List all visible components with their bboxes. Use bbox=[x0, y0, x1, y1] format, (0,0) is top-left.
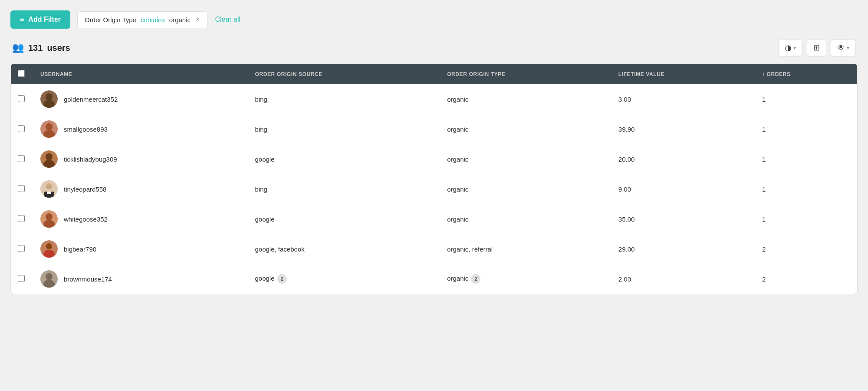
row-checkbox-cell[interactable] bbox=[11, 174, 32, 204]
row-username-cell: smallgoose893 bbox=[32, 114, 246, 144]
users-header: 👥 131 users ◑ ▾ ⊞ 👁 ▾ bbox=[10, 39, 858, 56]
eye-icon: 👁 bbox=[837, 43, 845, 53]
users-table-wrap: USERNAME ORDER ORIGIN SOURCE ORDER ORIGI… bbox=[10, 63, 858, 294]
order-origin-type: organic bbox=[447, 215, 468, 223]
username: bigbear790 bbox=[64, 245, 96, 253]
filter-chip-remove-button[interactable]: × bbox=[195, 16, 201, 23]
avatar bbox=[40, 180, 58, 198]
order-origin-source: google, facebook bbox=[255, 245, 304, 253]
orders: 2 bbox=[762, 275, 766, 283]
filter-chip-value: organic bbox=[169, 16, 191, 23]
order-origin-type: organic bbox=[447, 96, 468, 103]
lifetime-value: 29.00 bbox=[618, 245, 635, 253]
order-origin-source: google bbox=[255, 215, 274, 223]
toolbar-right: ◑ ▾ ⊞ 👁 ▾ bbox=[778, 39, 856, 56]
row-order-origin-type-cell: organic bbox=[438, 114, 610, 144]
orders: 1 bbox=[762, 96, 766, 103]
row-checkbox-cell[interactable] bbox=[11, 144, 32, 174]
row-checkbox-cell[interactable] bbox=[11, 234, 32, 264]
row-checkbox[interactable] bbox=[18, 185, 25, 192]
row-checkbox-cell[interactable] bbox=[11, 204, 32, 234]
row-orders-cell: 1 bbox=[753, 114, 857, 144]
clear-all-button[interactable]: Clear all bbox=[215, 16, 240, 23]
svg-point-10 bbox=[46, 183, 52, 189]
order-origin-type: organic bbox=[447, 275, 468, 282]
lifetime-value: 39.90 bbox=[618, 126, 635, 133]
users-icon: 👥 bbox=[12, 42, 24, 53]
table-row: ticklishladybug309 googleorganic20.001 bbox=[11, 144, 857, 174]
eye-button[interactable]: 👁 ▾ bbox=[831, 40, 856, 56]
row-lifetime-value-cell: 35.00 bbox=[610, 204, 753, 234]
lifetime-value: 3.00 bbox=[618, 96, 631, 103]
clear-all-label: Clear all bbox=[215, 16, 240, 23]
sort-asc-icon: ↑ bbox=[762, 71, 765, 77]
user-cell: tinyleopard558 bbox=[40, 180, 237, 198]
user-cell: brownmouse174 bbox=[40, 270, 237, 288]
grid-icon: ⊞ bbox=[813, 43, 820, 53]
lifetime-value: 20.00 bbox=[618, 156, 635, 163]
row-orders-cell: 1 bbox=[753, 144, 857, 174]
toolbar: ≡ Add Filter Order Origin Type contains … bbox=[10, 10, 858, 29]
row-checkbox[interactable] bbox=[18, 245, 25, 252]
row-order-origin-source-cell: google bbox=[246, 204, 438, 234]
col-username: USERNAME bbox=[32, 64, 246, 84]
avatar bbox=[40, 240, 58, 258]
filter-chip: Order Origin Type contains organic × bbox=[77, 11, 208, 28]
add-filter-label: Add Filter bbox=[28, 16, 61, 23]
row-checkbox-cell[interactable] bbox=[11, 84, 32, 114]
row-order-origin-source-cell: google, facebook bbox=[246, 234, 438, 264]
filter-chip-operator: contains bbox=[141, 16, 165, 23]
table-row: whitegoose352 googleorganic35.001 bbox=[11, 204, 857, 234]
avatar bbox=[40, 150, 58, 168]
add-filter-button[interactable]: ≡ Add Filter bbox=[10, 10, 70, 29]
row-orders-cell: 1 bbox=[753, 204, 857, 234]
row-username-cell: whitegoose352 bbox=[32, 204, 246, 234]
orders: 1 bbox=[762, 156, 766, 163]
username: brownmouse174 bbox=[64, 275, 112, 283]
row-username-cell: bigbear790 bbox=[32, 234, 246, 264]
row-order-origin-source-cell: bing bbox=[246, 84, 438, 114]
order-origin-source-badge: 2 bbox=[277, 274, 287, 284]
row-lifetime-value-cell: 2.00 bbox=[610, 264, 753, 294]
lifetime-value: 35.00 bbox=[618, 215, 635, 223]
users-count: 131 bbox=[28, 43, 43, 53]
row-order-origin-source-cell: google2 bbox=[246, 264, 438, 294]
orders: 1 bbox=[762, 186, 766, 193]
table-row: brownmouse174 google2organic22.002 bbox=[11, 264, 857, 294]
lifetime-value: 2.00 bbox=[618, 275, 631, 283]
row-checkbox[interactable] bbox=[18, 125, 25, 132]
row-order-origin-type-cell: organic2 bbox=[438, 264, 610, 294]
lifetime-value: 9.00 bbox=[618, 186, 631, 193]
svg-point-4 bbox=[46, 123, 53, 130]
user-cell: ticklishladybug309 bbox=[40, 150, 237, 168]
username: ticklishladybug309 bbox=[64, 156, 117, 163]
col-order-origin-source: ORDER ORIGIN SOURCE bbox=[246, 64, 438, 84]
row-lifetime-value-cell: 3.00 bbox=[610, 84, 753, 114]
select-all-checkbox[interactable] bbox=[18, 70, 25, 77]
row-checkbox[interactable] bbox=[18, 215, 25, 222]
row-username-cell: goldenmeercat352 bbox=[32, 84, 246, 114]
row-checkbox[interactable] bbox=[18, 95, 25, 102]
order-origin-type-badge: 2 bbox=[471, 274, 480, 284]
row-username-cell: ticklishladybug309 bbox=[32, 144, 246, 174]
svg-point-14 bbox=[46, 213, 53, 220]
grid-button[interactable]: ⊞ bbox=[807, 39, 826, 56]
order-origin-type: organic, referral bbox=[447, 245, 493, 253]
orders: 2 bbox=[762, 245, 766, 253]
row-orders-cell: 2 bbox=[753, 264, 857, 294]
user-cell: bigbear790 bbox=[40, 240, 237, 258]
col-orders[interactable]: ↑ ORDERS bbox=[753, 64, 857, 84]
select-all-header[interactable] bbox=[11, 64, 32, 84]
row-checkbox[interactable] bbox=[18, 275, 25, 282]
row-checkbox-cell[interactable] bbox=[11, 114, 32, 144]
row-lifetime-value-cell: 39.90 bbox=[610, 114, 753, 144]
filter-icon: ≡ bbox=[20, 16, 24, 23]
row-checkbox[interactable] bbox=[18, 155, 25, 162]
order-origin-type: organic bbox=[447, 186, 468, 193]
svg-point-1 bbox=[46, 93, 53, 100]
filter-chip-prefix: Order Origin Type bbox=[85, 16, 136, 23]
chart-button[interactable]: ◑ ▾ bbox=[778, 39, 802, 56]
username: tinyleopard558 bbox=[64, 186, 106, 193]
username: smallgoose893 bbox=[64, 126, 108, 133]
row-checkbox-cell[interactable] bbox=[11, 264, 32, 294]
